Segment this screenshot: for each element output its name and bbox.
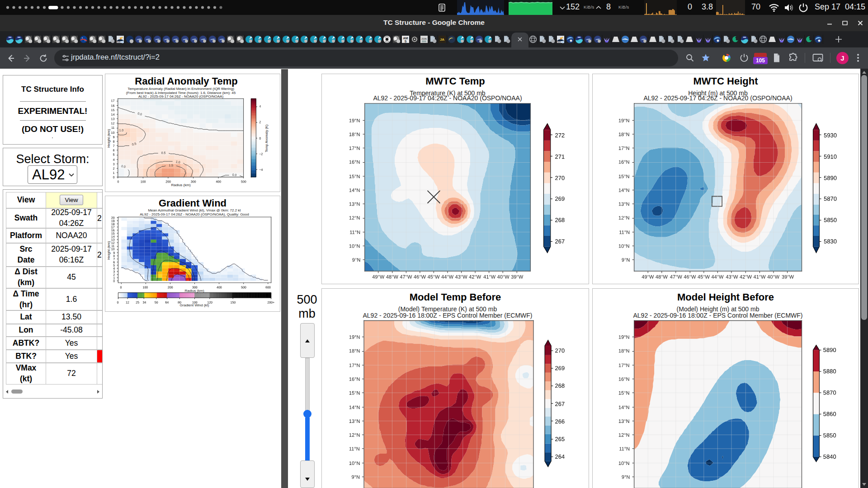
svg-text:ZON: ZON	[421, 38, 427, 40]
svg-text:SS: SS	[557, 40, 561, 43]
svg-text:JA: JA	[440, 38, 444, 42]
svg-text:S: S	[405, 40, 407, 43]
svg-text:AM: AM	[403, 37, 408, 40]
svg-text:SS: SS	[117, 40, 121, 43]
